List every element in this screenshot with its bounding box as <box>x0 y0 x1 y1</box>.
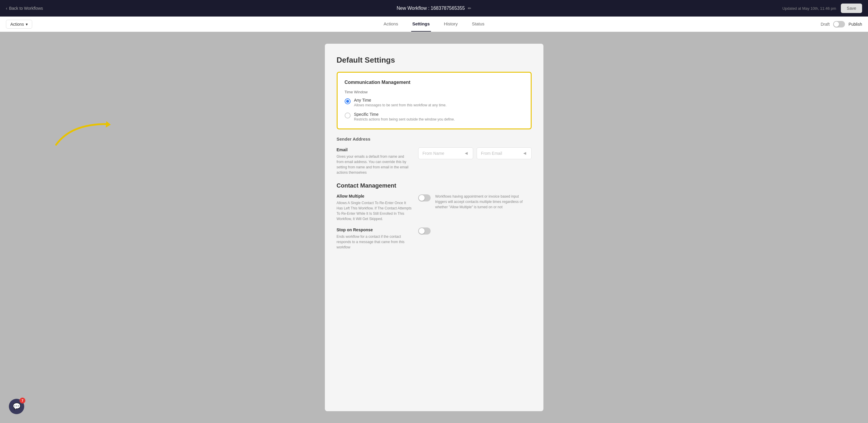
publish-label: Publish <box>848 22 862 27</box>
tab-history[interactable]: History <box>443 17 459 32</box>
chat-icon: 💬 <box>13 403 21 410</box>
any-time-label: Any Time <box>354 98 446 102</box>
tab-settings[interactable]: Settings <box>411 17 431 32</box>
page-title: Default Settings <box>325 56 544 72</box>
back-to-workflows-link[interactable]: ‹ Back to Workflows <box>6 6 43 11</box>
stop-on-response-desc: Stop on Response Ends workflow for a con… <box>337 228 412 250</box>
comm-card-title: Communication Management <box>345 80 524 85</box>
sender-address-heading: Sender Address <box>337 137 532 144</box>
specific-time-label: Specific Time <box>354 112 455 117</box>
allow-multiple-note: Workflows having appointment or invoice … <box>435 194 532 210</box>
specific-time-option[interactable]: Specific Time Restricts actions from bei… <box>345 112 524 121</box>
email-section: Email Gives your emails a default from n… <box>337 147 532 175</box>
from-name-tag-icon: ◄ <box>464 151 469 156</box>
actions-dropdown-label: Actions <box>10 22 24 27</box>
email-label: Email <box>337 147 412 152</box>
contact-management-title: Contact Management <box>325 182 544 194</box>
updated-timestamp: Updated at May 10th, 11:46 pm <box>782 6 836 11</box>
nav-right: Updated at May 10th, 11:46 pm Save <box>782 4 862 13</box>
workflow-title: New Workflow : 1683787565355 ✏ <box>397 6 471 11</box>
publish-toggle-area: Draft Publish <box>821 21 862 28</box>
from-email-tag-icon: ◄ <box>523 151 527 156</box>
any-time-desc: Allows messages to be sent from this wor… <box>354 103 446 107</box>
specific-time-radio[interactable] <box>345 113 350 118</box>
top-nav: ‹ Back to Workflows New Workflow : 16837… <box>0 0 868 17</box>
sender-address-section: Sender Address Email Gives your emails a… <box>325 137 544 182</box>
toggle-knob <box>834 22 839 27</box>
save-button[interactable]: Save <box>841 4 862 13</box>
main-content: Default Settings Communication Managemen… <box>0 32 868 423</box>
allow-multiple-toggle[interactable] <box>418 194 431 202</box>
draft-label: Draft <box>821 22 830 27</box>
edit-title-icon[interactable]: ✏ <box>468 6 471 11</box>
allow-multiple-knob <box>419 195 425 201</box>
allow-multiple-row: Allow Multiple Allows A Single Contact T… <box>325 194 544 228</box>
draft-publish-toggle[interactable] <box>833 21 845 28</box>
stop-on-response-title: Stop on Response <box>337 228 412 232</box>
stop-on-response-row: Stop on Response Ends workflow for a con… <box>325 228 544 256</box>
chat-badge: 7 <box>20 398 25 403</box>
chevron-left-icon: ‹ <box>6 6 7 11</box>
tab-actions[interactable]: Actions <box>382 17 399 32</box>
email-description: Email Gives your emails a default from n… <box>337 147 412 175</box>
communication-management-card: Communication Management Time Window Any… <box>337 72 532 129</box>
time-window-label: Time Window <box>345 90 524 94</box>
chevron-down-icon: ▾ <box>26 22 28 27</box>
from-name-placeholder: From Name <box>423 151 444 156</box>
specific-time-desc: Restricts actions from being sent outsid… <box>354 117 455 121</box>
allow-multiple-text: Allows A Single Contact To Re-Enter Once… <box>337 200 412 221</box>
settings-panel: Default Settings Communication Managemen… <box>325 44 544 411</box>
chat-bubble[interactable]: 💬 7 <box>9 399 24 414</box>
from-email-placeholder: From Email <box>481 151 502 156</box>
stop-on-response-toggle[interactable] <box>418 228 431 235</box>
email-desc-text: Gives your emails a default from name an… <box>337 154 412 175</box>
any-time-option[interactable]: Any Time Allows messages to be sent from… <box>345 98 524 107</box>
back-label: Back to Workflows <box>9 6 43 11</box>
allow-multiple-right: Workflows having appointment or invoice … <box>418 194 532 221</box>
allow-multiple-title: Allow Multiple <box>337 194 412 199</box>
tab-navigation: Actions Settings History Status <box>382 17 486 32</box>
tab-status[interactable]: Status <box>471 17 486 32</box>
stop-on-response-text: Ends workflow for a contact if the conta… <box>337 234 412 250</box>
stop-on-response-knob <box>419 228 425 234</box>
from-name-input[interactable]: From Name ◄ <box>418 147 473 159</box>
allow-multiple-desc: Allow Multiple Allows A Single Contact T… <box>337 194 412 221</box>
actions-dropdown[interactable]: Actions ▾ <box>6 20 32 29</box>
any-time-radio[interactable] <box>345 98 350 104</box>
email-inputs: From Name ◄ From Email ◄ <box>418 147 532 159</box>
from-email-input[interactable]: From Email ◄ <box>477 147 532 159</box>
stop-on-response-toggle-area <box>418 228 532 235</box>
tab-bar: Actions ▾ Actions Settings History Statu… <box>0 17 868 32</box>
